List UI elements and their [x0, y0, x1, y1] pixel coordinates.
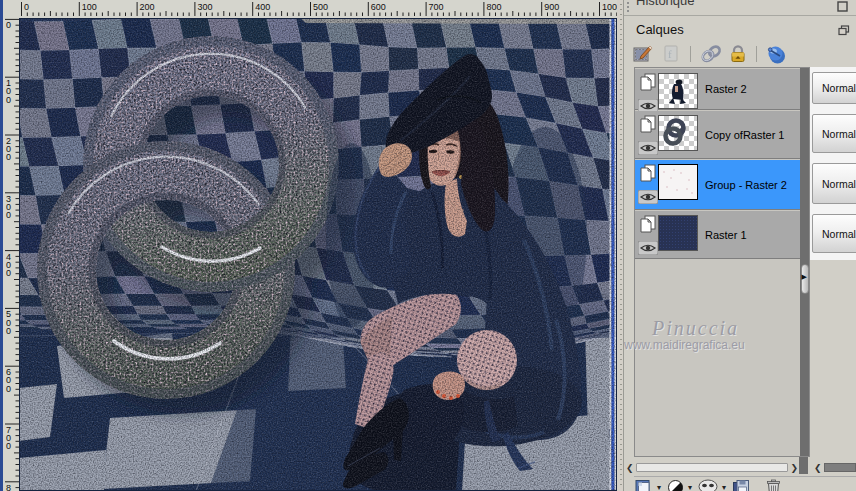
svg-text:900: 900	[544, 2, 559, 12]
svg-text:0: 0	[6, 152, 11, 162]
svg-text:100: 100	[82, 2, 97, 12]
svg-text:500: 500	[313, 2, 328, 12]
svg-text:700: 700	[429, 2, 444, 12]
svg-text:0: 0	[6, 441, 11, 451]
svg-text:1000: 1000	[602, 2, 617, 12]
svg-text:0: 0	[6, 210, 11, 220]
svg-text:8: 8	[6, 483, 11, 491]
svg-text:600: 600	[371, 2, 386, 12]
svg-text:0: 0	[6, 326, 11, 336]
svg-text:0: 0	[6, 384, 11, 394]
svg-text:f: f	[668, 48, 672, 60]
svg-text:0: 0	[6, 95, 11, 105]
svg-text:300: 300	[197, 2, 212, 12]
svg-text:200: 200	[140, 2, 155, 12]
svg-text:0: 0	[6, 268, 11, 278]
svg-text:800: 800	[486, 2, 501, 12]
svg-text:0: 0	[6, 20, 11, 30]
svg-text:0: 0	[24, 2, 29, 12]
svg-text:400: 400	[255, 2, 270, 12]
